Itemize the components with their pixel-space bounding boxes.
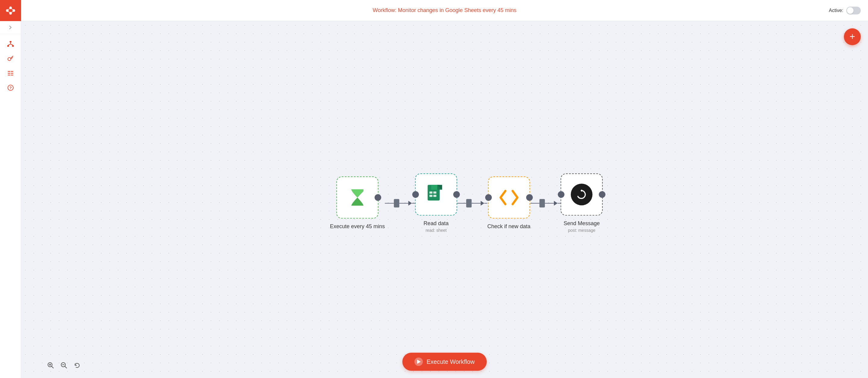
line-2c (484, 203, 487, 203)
arrow-3 (554, 201, 558, 206)
mattermost-icon (571, 184, 592, 205)
toggle-knob (847, 7, 854, 14)
node-timer-group: Execute every 45 mins (330, 176, 385, 230)
plus-icon: + (849, 32, 855, 41)
connector-2 (457, 182, 487, 224)
node-mattermost-input-dot (558, 191, 564, 198)
svg-line-13 (10, 44, 13, 45)
key-icon (7, 56, 14, 62)
active-toggle[interactable] (846, 7, 861, 14)
topbar: Workflow: Monitor changes in Google Shee… (21, 0, 868, 21)
workflow-area: Execute every 45 mins (330, 173, 603, 233)
arrow-1 (408, 201, 412, 206)
node-code-label: Check if new data (487, 223, 530, 230)
svg-text:?: ? (9, 86, 12, 90)
hourglass-icon (347, 187, 368, 208)
line-3c (558, 203, 561, 203)
topbar-right: Active: (516, 7, 861, 14)
execute-workflow-label: Execute Workflow (427, 358, 475, 365)
code-icon (498, 190, 520, 205)
svg-line-12 (8, 44, 10, 45)
logo-icon (5, 5, 16, 16)
node-sheets-output-dot[interactable] (453, 191, 460, 198)
sidebar-item-executions[interactable] (4, 67, 17, 80)
add-node-button[interactable]: + (844, 28, 861, 45)
connector-1 (385, 182, 415, 224)
node-timer[interactable] (336, 176, 378, 219)
line-3a (530, 203, 539, 203)
svg-rect-25 (430, 191, 433, 193)
main-area: Workflow: Monitor changes in Google Shee… (21, 0, 868, 378)
line-3b (545, 203, 554, 203)
node-sheets-input-dot (412, 191, 419, 198)
sidebar-item-help[interactable]: ? (4, 81, 17, 94)
node-code-input-dot (485, 194, 492, 201)
node-mattermost-output-dot (599, 191, 606, 198)
svg-rect-27 (430, 195, 433, 197)
app-container: ? Workflow: Monitor changes in Google Sh… (0, 0, 868, 378)
workflow-label: Workflow: (373, 7, 397, 13)
svg-line-6 (7, 10, 10, 13)
sidebar-nav: ? (4, 34, 17, 378)
svg-rect-9 (7, 45, 9, 47)
svg-line-5 (10, 8, 14, 10)
line-2b (472, 203, 481, 203)
active-label: Active: (829, 8, 843, 13)
node-code-output-dot[interactable] (526, 194, 532, 201)
node-sheets-label: Read data (424, 220, 448, 227)
svg-rect-26 (433, 191, 436, 193)
bottom-bar: Execute Workflow (21, 353, 868, 371)
line-1c (412, 203, 415, 203)
sheets-icon (425, 184, 447, 205)
sidebar: ? (0, 0, 21, 378)
sidebar-collapse-button[interactable] (0, 21, 21, 34)
node-timer-output-dot[interactable] (375, 194, 381, 201)
node-sheets-sublabel: read: sheet (426, 228, 447, 233)
play-icon (414, 357, 423, 366)
list-icon (7, 70, 14, 76)
line-1a (385, 203, 394, 203)
node-mattermost-sublabel: post: message (568, 228, 595, 233)
workflow-title: Workflow: Monitor changes in Google Shee… (373, 7, 517, 13)
svg-point-31 (581, 190, 583, 191)
svg-line-4 (7, 8, 10, 10)
svg-line-7 (10, 10, 14, 13)
execute-workflow-button[interactable]: Execute Workflow (402, 353, 487, 371)
node-mattermost-group: Send Message post: message (561, 173, 603, 233)
node-sheets[interactable] (415, 173, 457, 216)
node-code[interactable] (488, 176, 530, 219)
line-2a (457, 203, 466, 203)
node-code-group: Check if new data (487, 176, 530, 230)
help-icon: ? (7, 85, 14, 91)
workflow-name[interactable]: Monitor changes in Google Sheets every 4… (398, 7, 516, 13)
node-timer-label: Execute every 45 mins (330, 223, 385, 230)
connector-rect-1 (394, 199, 399, 208)
svg-rect-8 (10, 41, 11, 42)
svg-point-14 (8, 58, 11, 61)
chevron-right-icon (8, 25, 13, 30)
node-sheets-group: Read data read: sheet (415, 173, 457, 233)
play-triangle-icon (417, 359, 421, 364)
workflow-canvas[interactable]: + Execute every 45 mins (21, 21, 868, 378)
svg-rect-28 (433, 195, 436, 197)
network-icon (7, 41, 14, 48)
node-mattermost[interactable] (561, 173, 603, 216)
sidebar-item-overview[interactable] (4, 38, 17, 51)
sidebar-logo[interactable] (0, 0, 21, 21)
connector-rect-2 (466, 199, 472, 208)
node-mattermost-label: Send Message (564, 220, 600, 227)
sidebar-item-credentials[interactable] (4, 52, 17, 65)
line-1b (399, 203, 408, 203)
arrow-2 (481, 201, 484, 206)
svg-rect-10 (12, 45, 14, 47)
connector-3 (530, 182, 561, 224)
connector-rect-3 (539, 199, 545, 208)
mattermost-svg (574, 187, 589, 202)
